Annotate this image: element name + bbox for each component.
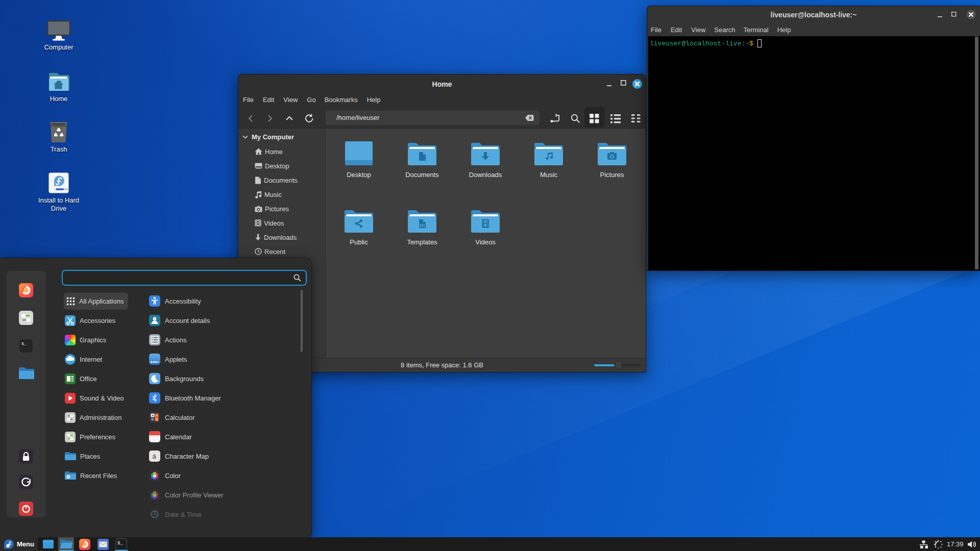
svg-text:$_: $_ <box>21 341 27 346</box>
svg-text:$_: $_ <box>117 541 123 546</box>
svg-text:á: á <box>153 453 157 460</box>
